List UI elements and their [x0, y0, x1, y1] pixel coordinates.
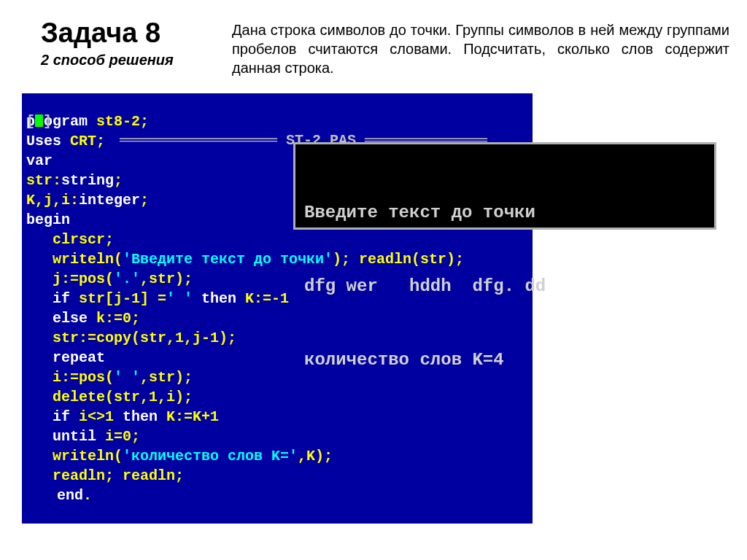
- code-line: end.: [26, 486, 528, 506]
- problem-text: Дана строка символов до точки. Группы си…: [223, 18, 729, 77]
- console-output: Введите текст до точки dfg wer hddh dfg.…: [293, 142, 716, 230]
- code-line: writeln('количество слов K=',K);: [26, 447, 528, 467]
- console-line: количество слов K=4: [304, 348, 705, 373]
- code-line: until i=0;: [26, 427, 528, 447]
- titlebar-line: ══════════════════: [120, 132, 286, 149]
- cursor-icon: [35, 114, 43, 127]
- console-line: dfg wer hddh dfg. dd: [304, 274, 705, 299]
- header: Задача 8 2 способ решения Дана строка си…: [0, 0, 747, 83]
- slide: Задача 8 2 способ решения Дана строка си…: [0, 0, 747, 560]
- console-line: Введите текст до точки: [304, 201, 705, 225]
- editor-titlebar: [] ══════════════════ ST-2.PAS ═════════…: [22, 93, 533, 112]
- title-block: Задача 8 2 способ решения: [41, 18, 223, 69]
- task-subtitle: 2 способ решения: [41, 52, 223, 69]
- task-title: Задача 8: [41, 18, 223, 49]
- window-marker: []: [26, 112, 52, 131]
- code-line: readln; readln;: [26, 467, 528, 486]
